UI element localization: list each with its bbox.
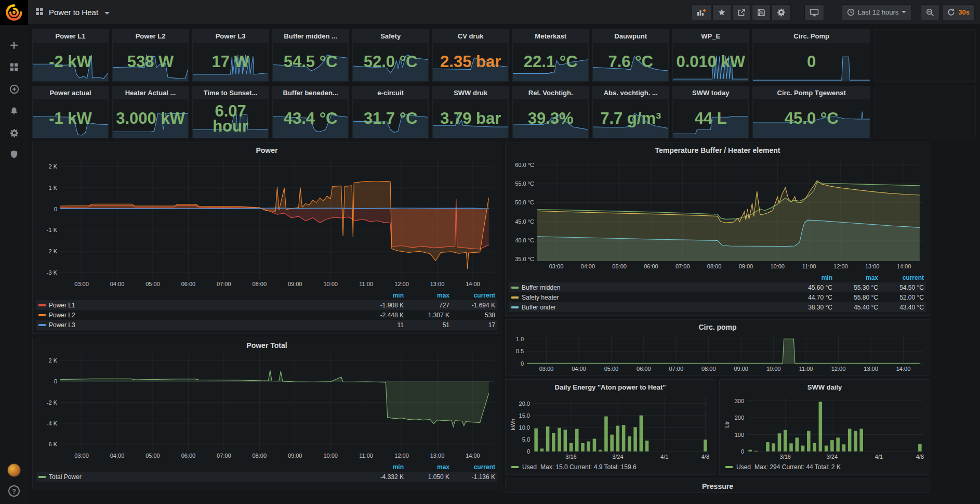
stat-panel-title[interactable]: e-circuit bbox=[353, 86, 428, 99]
dashboards-grid-icon[interactable] bbox=[8, 61, 20, 73]
stat-panel-body: 43.4 °C bbox=[273, 99, 348, 138]
panel-daily-energy-title[interactable]: Daily Energy "Aton power to Heat" bbox=[509, 381, 711, 393]
grafana-logo[interactable] bbox=[0, 0, 28, 25]
svg-text:5.0: 5.0 bbox=[522, 436, 530, 443]
stat-panel-value: 54.5 °C bbox=[273, 43, 348, 81]
profile-avatar[interactable] bbox=[7, 463, 21, 477]
explore-compass-icon[interactable] bbox=[8, 83, 20, 95]
save-button[interactable] bbox=[752, 4, 771, 20]
stat-panel-power-actual: Power actual-1 kW bbox=[32, 86, 109, 138]
stat-panel-title[interactable]: Power L2 bbox=[113, 30, 188, 43]
svg-text:3/24: 3/24 bbox=[827, 454, 838, 460]
svg-text:14:00: 14:00 bbox=[466, 453, 480, 459]
stat-panel-safety: Safety52.0 °C bbox=[352, 29, 429, 82]
legend-series-name[interactable]: Used bbox=[522, 463, 537, 471]
stat-panel-title[interactable]: Power L3 bbox=[193, 30, 268, 43]
daily-energy-chart-plot[interactable]: 20.015.010.05.003/163/244/14/8kWh bbox=[509, 393, 711, 461]
legend-series-name[interactable]: Buffer onder bbox=[511, 304, 556, 311]
panel-pressure: Pressure bbox=[505, 479, 930, 493]
stat-panel-buffer-midden: Buffer midden ...54.5 °C bbox=[272, 29, 349, 82]
stat-panel-title[interactable]: Circ. Pomp bbox=[753, 30, 870, 43]
panel-circ-pomp-title[interactable]: Circ. pomp bbox=[509, 321, 926, 333]
stat-panel-title[interactable]: Safety bbox=[353, 30, 428, 43]
configuration-gear-icon[interactable] bbox=[8, 127, 20, 138]
stat-panel-time-to-sunset: Time to Sunset...6.07hour bbox=[192, 86, 269, 138]
svg-text:03:00: 03:00 bbox=[539, 366, 554, 372]
panel-power-total-title[interactable]: Power Total bbox=[36, 340, 497, 352]
legend-series-name[interactable]: Safety heater bbox=[511, 294, 559, 301]
legend-series-name[interactable]: Used bbox=[736, 463, 751, 471]
stat-panel-title[interactable]: Circ. Pomp Tgewenst bbox=[753, 86, 870, 99]
stat-panel-title[interactable]: CV druk bbox=[433, 30, 508, 43]
stat-panel-body: 31.7 °C bbox=[353, 99, 428, 138]
power-chart-plot[interactable]: 2 K1 K0-1 K-2 K-3 K03:0004:0005:0006:000… bbox=[36, 157, 497, 288]
panel-sww-daily: SWW daily 30020010003/163/244/14/8Ltr Us… bbox=[719, 379, 930, 475]
stat-panel-title[interactable]: Rel. Vochtigh. bbox=[513, 86, 588, 99]
legend-swatch-icon bbox=[511, 466, 519, 468]
stat-panel-title[interactable]: Dauwpunt bbox=[593, 30, 668, 43]
temperature-chart-plot[interactable]: 60.0 °C55.0 °C50.0 °C45.0 °C40.0 °C35.0 … bbox=[509, 157, 926, 270]
panel-pressure-title[interactable]: Pressure bbox=[509, 481, 926, 493]
power-total-chart-plot[interactable]: 2 K0-2 K-4 K-6 K03:0004:0005:0006:0007:0… bbox=[36, 352, 497, 460]
share-button[interactable] bbox=[732, 4, 751, 20]
dashboard-content: Power L1-2 kWPower L2538 WPower L317 WBu… bbox=[28, 25, 980, 504]
star-button[interactable] bbox=[712, 4, 731, 20]
legend-series-name[interactable]: Total Power bbox=[38, 473, 82, 481]
legend-row-power-l2: Power L2-2.448 K1.307 K538 bbox=[36, 310, 497, 320]
legend-series-name[interactable]: Power L2 bbox=[38, 312, 75, 319]
sww-daily-chart-plot[interactable]: 30020010003/163/244/14/8Ltr bbox=[723, 393, 926, 461]
stat-panel-body: 7.7 g/m³ bbox=[593, 99, 668, 138]
legend-swatch-icon bbox=[38, 314, 46, 316]
stat-panel-wp-e: WP_E0.010 kW bbox=[672, 29, 749, 82]
stat-panel-body: 538 W bbox=[113, 43, 188, 81]
legend-series-name[interactable]: Power L3 bbox=[38, 321, 75, 329]
tv-mode-button[interactable] bbox=[804, 4, 824, 20]
zoom-out-button[interactable] bbox=[921, 4, 939, 20]
alerting-bell-icon[interactable] bbox=[8, 105, 20, 117]
svg-text:13:00: 13:00 bbox=[865, 263, 880, 269]
stat-panel-body: 6.07hour bbox=[193, 99, 268, 138]
svg-text:12:00: 12:00 bbox=[394, 453, 409, 459]
create-plus-icon[interactable] bbox=[8, 40, 20, 51]
svg-text:300: 300 bbox=[735, 398, 744, 404]
panel-sww-daily-title[interactable]: SWW daily bbox=[723, 381, 926, 393]
server-admin-shield-icon[interactable] bbox=[8, 149, 20, 160]
svg-text:10:00: 10:00 bbox=[323, 281, 338, 287]
stat-panel-title[interactable]: Buffer beneden... bbox=[273, 86, 348, 99]
stat-panel-title[interactable]: Buffer midden ... bbox=[273, 30, 348, 43]
stat-panel-title[interactable]: Meterkast bbox=[513, 30, 588, 43]
svg-text:Ltr: Ltr bbox=[724, 421, 730, 428]
svg-text:0: 0 bbox=[521, 360, 524, 367]
panel-temperature-title[interactable]: Temperature Buffer / Heater element bbox=[509, 145, 926, 157]
svg-text:07:00: 07:00 bbox=[217, 281, 231, 287]
dashboard-title[interactable]: Power to Heat bbox=[49, 8, 98, 17]
legend-series-name[interactable]: Buffer midden bbox=[511, 284, 561, 291]
time-range-caret-icon bbox=[902, 11, 906, 14]
stat-panel-title[interactable]: Power L1 bbox=[33, 30, 108, 43]
stat-panel-title[interactable]: SWW today bbox=[673, 86, 748, 99]
svg-text:09:00: 09:00 bbox=[734, 366, 748, 372]
panel-power-title[interactable]: Power bbox=[36, 145, 497, 157]
title-caret-down-icon[interactable] bbox=[104, 8, 110, 17]
add-panel-button[interactable] bbox=[692, 4, 711, 20]
refresh-interval-label: 30s bbox=[958, 8, 970, 16]
stat-panel-title[interactable]: WP_E bbox=[673, 30, 748, 43]
stat-panel-title[interactable]: SWW druk bbox=[433, 86, 508, 99]
stat-panel-title[interactable]: Power actual bbox=[33, 86, 108, 99]
help-icon[interactable]: ? bbox=[8, 485, 20, 497]
stat-panel-title[interactable]: Heater Actual ... bbox=[113, 86, 188, 99]
legend-header: minmaxcurrent bbox=[509, 273, 926, 282]
time-range-picker[interactable]: Last 12 hours bbox=[842, 4, 912, 20]
dashboard-settings-button[interactable] bbox=[772, 4, 791, 20]
svg-text:15.0: 15.0 bbox=[519, 412, 530, 419]
svg-text:06:00: 06:00 bbox=[181, 453, 196, 459]
stat-panel-title[interactable]: Abs. vochtigh. ... bbox=[593, 86, 668, 99]
circ-pomp-chart-plot[interactable]: 1.00.5003:0004:0005:0006:0007:0008:0009:… bbox=[509, 333, 926, 373]
svg-text:-2 K: -2 K bbox=[47, 248, 58, 254]
svg-text:20.0: 20.0 bbox=[519, 400, 530, 407]
stat-row-2: Power actual-1 kWHeater Actual ...3.000 … bbox=[32, 86, 976, 138]
stat-panel-title[interactable]: Time to Sunset... bbox=[193, 86, 268, 99]
refresh-button[interactable]: 30s bbox=[942, 4, 975, 20]
legend-series-name[interactable]: Power L1 bbox=[38, 302, 75, 309]
stat-panel-value: 7.6 °C bbox=[593, 43, 668, 81]
